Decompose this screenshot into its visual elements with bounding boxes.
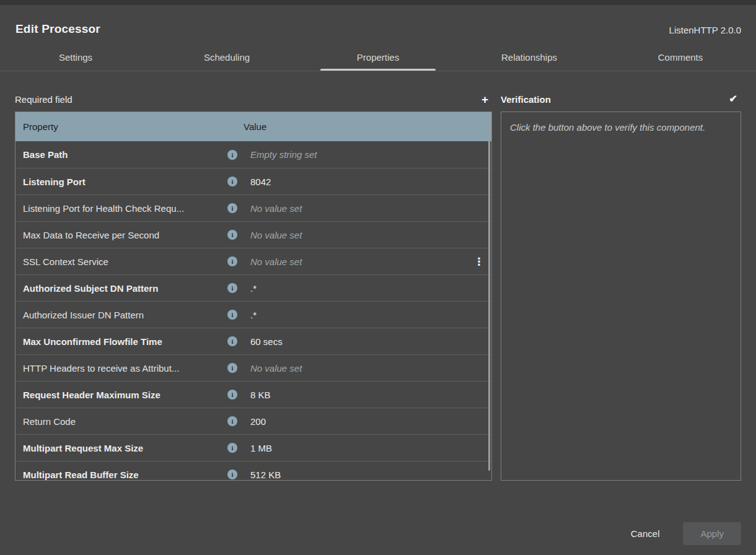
property-value[interactable]: No value set (244, 256, 467, 267)
property-value[interactable]: No value set (244, 230, 467, 240)
tab-comments[interactable]: Comments (605, 46, 756, 71)
table-row[interactable]: Multipart Request Max Size i 1 MB ⋮ (15, 434, 491, 461)
property-value[interactable]: No value set (244, 203, 467, 214)
dialog-footer: Cancel Apply (626, 522, 741, 545)
table-body: Base Path i Empty string set ⋮ Listening… (15, 141, 491, 481)
required-field-label: Required field (15, 94, 73, 105)
property-name: HTTP Headers to receive as Attribut... (23, 363, 227, 374)
tab-relationships[interactable]: Relationships (454, 46, 605, 71)
info-icon[interactable]: i (227, 416, 237, 426)
property-value[interactable]: No value set (244, 363, 467, 374)
property-name: Base Path (23, 149, 227, 160)
dialog-title: Edit Processor (15, 22, 100, 36)
info-icon[interactable]: i (227, 150, 237, 160)
property-name: Multipart Read Buffer Size (23, 470, 227, 480)
dialog-top-edge (0, 0, 756, 5)
table-header: Property Value (15, 112, 491, 141)
add-property-button[interactable]: + (478, 91, 492, 108)
info-icon[interactable]: i (227, 443, 237, 453)
tab-label: Scheduling (204, 52, 250, 63)
verification-label: Verification (501, 94, 551, 105)
column-header-property: Property (23, 121, 227, 132)
property-value[interactable]: 1 MB (244, 443, 467, 453)
table-row[interactable]: HTTP Headers to receive as Attribut... i… (15, 354, 491, 381)
property-name: Return Code (23, 416, 227, 427)
table-row[interactable]: Max Unconfirmed Flowfile Time i 60 secs … (15, 328, 491, 354)
info-icon[interactable]: i (227, 336, 237, 346)
property-value[interactable]: 8 KB (244, 390, 467, 400)
tab-settings[interactable]: Settings (0, 46, 151, 71)
table-row[interactable]: Multipart Read Buffer Size i 512 KB ⋮ (15, 461, 491, 481)
info-icon[interactable]: i (227, 363, 237, 373)
required-field-header-row: Required field + (15, 89, 492, 110)
apply-button[interactable]: Apply (683, 522, 741, 545)
tab-scheduling[interactable]: Scheduling (151, 46, 302, 71)
processor-type-version: ListenHTTP 2.0.0 (669, 25, 741, 36)
property-value[interactable]: 60 secs (244, 336, 467, 347)
tab-label: Properties (357, 52, 399, 63)
property-value[interactable]: Empty string set (244, 149, 467, 160)
property-value[interactable]: .* (244, 283, 467, 294)
property-name: Authorized Issuer DN Pattern (23, 310, 227, 320)
tab-label: Comments (658, 52, 703, 63)
property-name: Max Data to Receive per Second (23, 230, 227, 240)
table-scrollbar[interactable] (488, 115, 490, 471)
table-row[interactable]: Base Path i Empty string set ⋮ (15, 141, 491, 168)
dialog-header: Edit Processor ListenHTTP 2.0.0 (0, 5, 756, 36)
property-name: Multipart Request Max Size (23, 443, 227, 453)
table-row[interactable]: SSL Context Service i No value set ⋮ (15, 248, 491, 274)
verification-message: Click the button above to verify this co… (510, 122, 705, 133)
table-row[interactable]: Authorized Subject DN Pattern i .* ⋮ (15, 274, 491, 301)
property-value[interactable]: 512 KB (244, 470, 467, 480)
properties-table: Property Value Base Path i Empty string … (15, 111, 492, 481)
info-icon[interactable]: i (227, 256, 237, 266)
table-row[interactable]: Return Code i 200 ⋮ (15, 408, 491, 434)
property-value[interactable]: .* (244, 310, 467, 320)
verification-header-row: Verification ✔ (501, 89, 741, 110)
property-name: Listening Port for Health Check Requ... (23, 203, 227, 214)
verify-button[interactable]: ✔ (726, 92, 741, 107)
property-name: Listening Port (23, 177, 227, 187)
table-row[interactable]: Request Header Maximum Size i 8 KB ⋮ (15, 381, 491, 408)
info-icon[interactable]: i (227, 203, 237, 213)
more-options-icon[interactable]: ⋮ (467, 256, 491, 267)
table-row[interactable]: Listening Port i 8042 ⋮ (15, 168, 491, 194)
verification-panel: Click the button above to verify this co… (501, 111, 741, 481)
info-icon[interactable]: i (227, 230, 237, 240)
table-row[interactable]: Max Data to Receive per Second i No valu… (15, 221, 491, 248)
info-icon[interactable]: i (227, 177, 237, 186)
info-icon[interactable]: i (227, 310, 237, 320)
property-value[interactable]: 8042 (244, 177, 467, 187)
check-icon: ✔ (729, 94, 737, 104)
tab-properties[interactable]: Properties (302, 46, 454, 71)
plus-icon: + (481, 93, 488, 106)
tab-bar: Settings Scheduling Properties Relations… (0, 46, 756, 71)
column-header-value: Value (244, 121, 467, 132)
table-row[interactable]: Authorized Issuer DN Pattern i .* ⋮ (15, 301, 491, 328)
info-icon[interactable]: i (227, 390, 237, 400)
property-name: Authorized Subject DN Pattern (23, 283, 227, 294)
property-name: SSL Context Service (23, 256, 227, 267)
cancel-button[interactable]: Cancel (626, 522, 665, 545)
property-name: Max Unconfirmed Flowfile Time (23, 336, 227, 347)
tab-label: Settings (59, 52, 92, 63)
info-icon[interactable]: i (227, 470, 237, 479)
property-value[interactable]: 200 (244, 416, 467, 427)
table-row[interactable]: Listening Port for Health Check Requ... … (15, 194, 491, 221)
property-name: Request Header Maximum Size (23, 390, 227, 400)
tab-label: Relationships (501, 52, 557, 63)
info-icon[interactable]: i (227, 283, 237, 293)
